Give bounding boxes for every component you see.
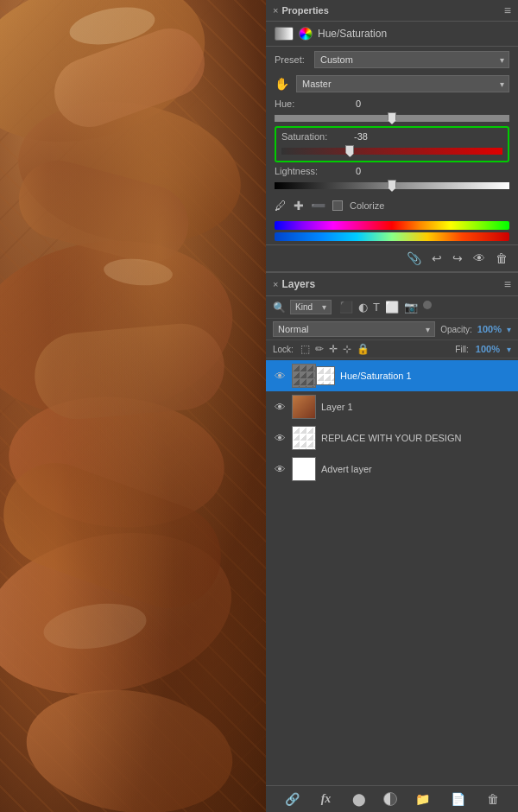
opacity-label: Opacity:: [440, 325, 472, 334]
lightness-value: 0: [335, 166, 361, 176]
hue-rainbow-bar: [275, 221, 509, 230]
lock-label: Lock:: [273, 345, 294, 354]
opacity-value[interactable]: 100%: [477, 324, 502, 334]
properties-menu-button[interactable]: ≡: [504, 3, 511, 17]
layer-1-visibility-icon[interactable]: 👁: [273, 401, 287, 414]
hand-tool-icon[interactable]: ✋: [275, 77, 289, 91]
properties-panel: × Properties ≡ Hue/Saturation Preset: Cu…: [266, 0, 518, 272]
fx-button[interactable]: fx: [318, 790, 335, 808]
filter-shape-icon[interactable]: ⬜: [385, 301, 399, 314]
colorize-label: Colorize: [350, 200, 384, 211]
saturation-slider-track[interactable]: [281, 145, 502, 157]
visibility-toggle-button[interactable]: 👁: [471, 250, 487, 267]
filter-type-icon[interactable]: T: [373, 301, 380, 314]
opacity-arrow-icon[interactable]: ▾: [507, 325, 511, 334]
lock-all-icon[interactable]: 🔒: [357, 343, 370, 355]
new-layer-button[interactable]: 📄: [447, 790, 469, 808]
layer-3-visibility-icon[interactable]: 👁: [273, 463, 287, 476]
eyedropper-add-icon[interactable]: ✚: [294, 199, 304, 213]
fill-label: Fill:: [455, 345, 469, 354]
channel-row: ✋ Master Reds Yellows Greens Cyans Blues…: [266, 73, 518, 95]
blend-row: Normal Dissolve Multiply Screen Overlay …: [266, 319, 518, 340]
channel-select[interactable]: Master Reds Yellows Greens Cyans Blues M…: [296, 75, 509, 92]
layers-title: Layers: [281, 278, 315, 290]
redo-button[interactable]: ↪: [451, 250, 464, 267]
colorize-row: 🖊 ✚ ➖ Colorize: [266, 195, 518, 216]
layer-0-visibility-icon[interactable]: 👁: [273, 370, 287, 383]
hue-slider-thumb[interactable]: [388, 112, 396, 124]
new-group-button[interactable]: 📁: [412, 790, 433, 808]
hue-row: Hue: 0: [275, 98, 509, 124]
hs-color-icon: [299, 27, 313, 41]
saturation-slider-thumb[interactable]: [345, 145, 354, 157]
delete-layer-button[interactable]: 🗑: [483, 790, 502, 808]
properties-title: Properties: [281, 5, 328, 16]
layer-0-mask-thumb: [316, 366, 335, 385]
fill-arrow-icon[interactable]: ▾: [507, 345, 511, 354]
lightness-label: Lightness:: [275, 166, 335, 176]
filter-icons: ⬛ ◐ T ⬜ 📷: [339, 301, 432, 314]
preset-select-wrapper: Custom Default Cyanotype Increase Satura…: [314, 51, 509, 68]
hue-slider-track[interactable]: [275, 112, 509, 124]
hue-label-row: Hue: 0: [275, 98, 509, 109]
preset-row: Preset: Custom Default Cyanotype Increas…: [266, 47, 518, 73]
layers-panel: × Layers ≡ 🔍 Kind Name Effect Mode ▾ ⬛ ◐…: [266, 272, 518, 812]
layer-item-0[interactable]: 👁 Hue/Saturation 1: [266, 360, 518, 391]
saturation-slider-area: [281, 145, 502, 157]
sliders-container: Hue: 0 Saturation: -38: [266, 95, 518, 195]
layer-item-3[interactable]: 👁 Advert layer: [266, 454, 518, 485]
filter-kind-select[interactable]: Kind Name Effect Mode: [290, 300, 332, 314]
lock-artboard-icon[interactable]: ⊹: [343, 343, 351, 355]
link-layers-button[interactable]: 🔗: [281, 790, 303, 808]
clip-button[interactable]: 📎: [405, 250, 423, 267]
layers-menu-button[interactable]: ≡: [504, 277, 511, 291]
saturation-label-row: Saturation: -38: [281, 131, 502, 142]
lightness-slider-thumb[interactable]: [388, 180, 396, 192]
filter-toggle-dot[interactable]: [423, 301, 432, 309]
layer-2-thumb: [292, 426, 316, 450]
adjustment-layer-icon: [275, 27, 294, 41]
hue-value: 0: [335, 98, 361, 109]
blend-mode-select[interactable]: Normal Dissolve Multiply Screen Overlay: [273, 321, 435, 337]
layers-header: × Layers ≡: [266, 272, 518, 296]
canvas-area: [0, 0, 266, 812]
layers-toolbar: 🔗 fx ⬤ 📁 📄 🗑: [266, 785, 518, 812]
delete-button[interactable]: 🗑: [494, 250, 509, 267]
filter-smart-icon[interactable]: 📷: [404, 301, 418, 314]
fill-value[interactable]: 100%: [476, 344, 500, 354]
properties-close-button[interactable]: ×: [273, 5, 278, 16]
layer-3-name: Advert layer: [321, 464, 511, 474]
undo-button[interactable]: ↩: [430, 250, 444, 267]
color-bars: [266, 216, 518, 244]
saturation-section: Saturation: -38: [275, 126, 509, 162]
filter-adjustment-icon[interactable]: ◐: [358, 301, 368, 314]
lock-position-icon[interactable]: ✛: [329, 343, 338, 355]
hue-label: Hue:: [275, 98, 335, 109]
layers-close-button[interactable]: ×: [273, 279, 278, 289]
saturation-value: -38: [342, 131, 368, 142]
preset-select[interactable]: Custom Default Cyanotype Increase Satura…: [314, 51, 509, 68]
hue-slider-area: [275, 112, 509, 124]
layer-1-thumb: [292, 395, 316, 419]
layer-2-name: REPLACE WITH YOUR DESIGN: [321, 433, 511, 443]
saturation-label: Saturation:: [281, 131, 342, 142]
layer-item-2[interactable]: 👁 REPLACE WITH YOUR DESIGN: [266, 422, 518, 454]
layer-3-thumb: [292, 457, 316, 481]
layer-2-visibility-icon[interactable]: 👁: [273, 432, 287, 445]
right-panel: × Properties ≡ Hue/Saturation Preset: Cu…: [266, 0, 518, 812]
lightness-label-row: Lightness: 0: [275, 166, 509, 176]
filter-pixel-icon[interactable]: ⬛: [339, 301, 353, 314]
properties-panel-header: × Properties ≡: [266, 0, 518, 22]
layer-mask-button[interactable]: [383, 792, 397, 806]
layer-item-1[interactable]: 👁 Layer 1: [266, 391, 518, 422]
lock-transparency-icon[interactable]: ⬚: [300, 343, 310, 355]
colorize-checkbox[interactable]: [332, 200, 343, 211]
layers-filter-row: 🔍 Kind Name Effect Mode ▾ ⬛ ◐ T ⬜ 📷: [266, 296, 518, 319]
lock-paint-icon[interactable]: ✏: [315, 343, 324, 355]
new-fill-adjustment-button[interactable]: ⬤: [349, 790, 370, 808]
blend-mode-wrapper: Normal Dissolve Multiply Screen Overlay …: [273, 321, 435, 337]
eyedropper-subtract-icon[interactable]: ➖: [311, 199, 325, 213]
lightness-slider-track[interactable]: [275, 180, 509, 192]
eyedropper-icon[interactable]: 🖊: [275, 199, 287, 213]
preset-label: Preset:: [275, 54, 307, 65]
